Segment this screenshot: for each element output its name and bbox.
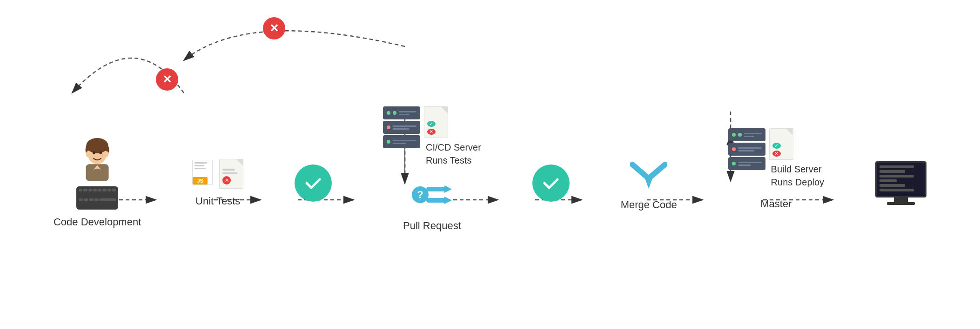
unit-tests-label: Unit Tests <box>195 195 240 207</box>
checkmark-2 <box>541 173 561 193</box>
build-server-label: Build Server Runs Deploy <box>771 163 825 189</box>
server-lines-2 <box>393 125 416 130</box>
js-file-icon: JS <box>192 160 215 188</box>
monitor-icon <box>875 161 926 205</box>
svg-text:?: ? <box>417 189 423 200</box>
build-server-unit-3 <box>728 157 765 170</box>
merge-code-icon <box>630 155 667 192</box>
step-check-2 <box>532 164 570 202</box>
monitor-base <box>887 202 915 205</box>
svg-marker-27 <box>645 178 652 189</box>
doc-corner-cicd <box>441 107 448 113</box>
server-lines <box>399 111 416 115</box>
cicd-server-label: CI/CD Server Runs Tests <box>426 141 481 167</box>
unit-tests-icon: JS ✕ <box>192 159 243 189</box>
build-led-green <box>732 133 736 137</box>
check-circle-1 <box>295 164 332 202</box>
monitor-screen <box>875 161 926 197</box>
monitor-bar-5 <box>879 184 905 187</box>
monitor-bar-1 <box>879 165 914 168</box>
build-server-unit-1 <box>728 128 765 141</box>
build-server-stack <box>728 128 765 170</box>
monitor-bar-4 <box>879 179 897 182</box>
doc-x-build: ✕ <box>772 151 781 157</box>
svg-point-16 <box>86 138 108 153</box>
check-circle-2 <box>532 164 570 202</box>
master-label: Master <box>760 198 792 210</box>
unit-test-doc-icon: ✕ <box>219 159 243 189</box>
doc-check-build: ✓ <box>772 143 781 149</box>
doc-corner <box>236 159 243 166</box>
doc-check-cicd: ✓ <box>427 121 436 127</box>
pull-request-icon: ? <box>411 176 453 213</box>
monitor-bar-3 <box>879 175 914 178</box>
build-doc-icon: ✓ ✕ <box>769 128 793 160</box>
feedback-x-2: ✕ <box>263 17 285 39</box>
server-unit-1 <box>383 106 420 119</box>
build-led-red <box>732 147 736 151</box>
build-server-lines-3 <box>738 162 762 166</box>
doc-x-mark: ✕ <box>222 176 231 184</box>
svg-marker-25 <box>444 185 452 193</box>
cicd-doc-icon: ✓ ✕ <box>424 106 448 138</box>
led-red <box>387 125 390 129</box>
monitor-bar-6 <box>879 189 914 191</box>
pull-request-label: Pull Request <box>403 220 461 232</box>
arrows-overlay <box>0 0 980 329</box>
svg-point-18 <box>105 151 109 157</box>
step-pull-request: ✓ ✕ CI/CD Server Runs Tests ? Pull Reque… <box>383 106 481 232</box>
svg-marker-26 <box>444 197 452 204</box>
led-green-2 <box>393 111 396 115</box>
monitor-stand <box>894 197 908 202</box>
led-green-3 <box>387 140 390 144</box>
led-green <box>387 111 390 115</box>
build-server-unit-2 <box>728 143 765 156</box>
diagram-container: Code Development ✕ ✕ JS <box>0 0 980 329</box>
keyboard-icon <box>76 186 118 210</box>
monitor-bar-2 <box>879 170 905 173</box>
build-server-lines <box>744 133 762 137</box>
step-master: ✓ ✕ Build Server Runs Deploy Master <box>728 128 825 210</box>
cicd-server-icon: ✓ ✕ CI/CD Server Runs Tests <box>383 106 481 167</box>
build-server-lines-2 <box>738 147 762 151</box>
doc-x-cicd: ✕ <box>427 129 436 135</box>
step-unit-tests: JS ✕ Unit Tests <box>192 159 243 207</box>
server-unit-3 <box>383 135 420 148</box>
build-server-icon: ✓ ✕ Build Server Runs Deploy <box>728 128 825 189</box>
step-deploy <box>875 161 926 205</box>
step-check-1 <box>295 164 332 202</box>
doc-corner-build <box>786 129 793 135</box>
server-lines-3 <box>393 140 416 144</box>
developer-avatar <box>76 138 118 184</box>
merge-code-label: Merge Code <box>621 199 677 211</box>
step-merge-code: Merge Code <box>621 155 677 211</box>
svg-point-20 <box>100 151 102 154</box>
feedback-x-1: ✕ <box>156 68 178 91</box>
checkmark-1 <box>303 173 323 193</box>
build-led-green-2 <box>738 133 742 137</box>
cicd-server-stack <box>383 106 420 148</box>
step-code-development: Code Development ✕ ✕ <box>54 138 141 228</box>
svg-point-17 <box>86 151 90 157</box>
svg-point-19 <box>93 151 95 154</box>
code-development-label: Code Development <box>54 216 141 228</box>
build-led-green-3 <box>732 162 736 165</box>
server-unit-2 <box>383 121 420 134</box>
